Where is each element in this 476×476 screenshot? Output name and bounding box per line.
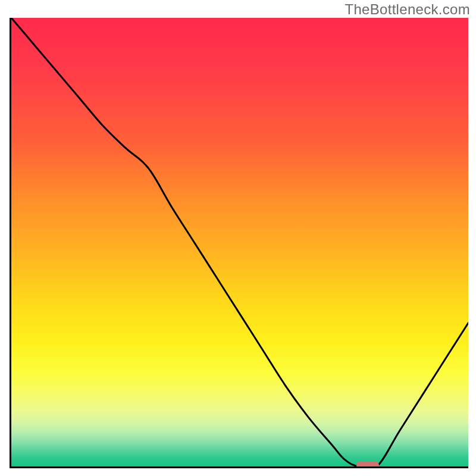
plot-area	[10, 18, 468, 468]
chart-stage: TheBottleneck.com	[0, 0, 476, 476]
optimal-point-marker	[356, 461, 380, 468]
watermark-text: TheBottleneck.com	[345, 1, 470, 18]
bottleneck-curve	[11, 18, 468, 466]
